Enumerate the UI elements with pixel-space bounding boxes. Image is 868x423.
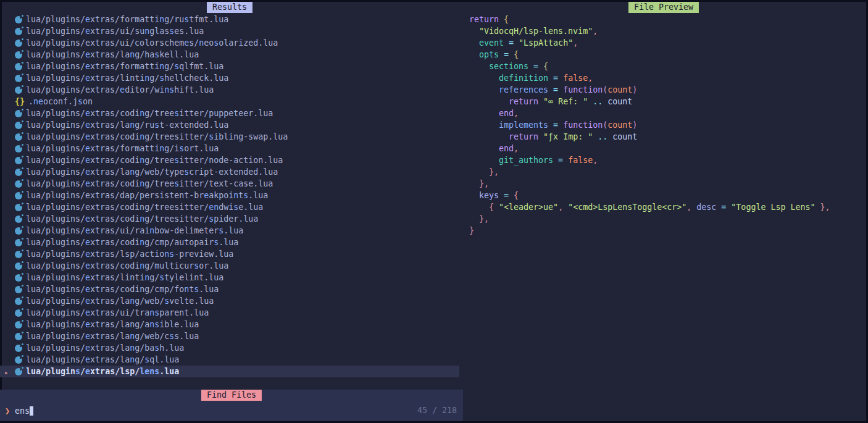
- result-row[interactable]: lua/plugins/extras/ui/rainbow-delimeters…: [0, 225, 459, 237]
- code-line: event = "LspAttach",: [469, 37, 830, 49]
- result-path: lua/plugins/extras/lsp/lens.lua: [26, 366, 179, 377]
- code-line: },: [469, 213, 830, 225]
- result-row[interactable]: lua/plugins/extras/coding/cmp/fonts.lua: [0, 283, 459, 295]
- result-path: lua/plugins/extras/lang/sql.lua: [26, 354, 179, 366]
- result-row[interactable]: {}.neoconf.json: [0, 96, 459, 107]
- code-line: return {: [469, 14, 830, 25]
- results-list: lua/plugins/extras/formatting/rustfmt.lu…: [0, 14, 459, 377]
- prompt-query-text: ens: [15, 405, 30, 417]
- result-row[interactable]: lua/plugins/extras/coding/treesitter/spi…: [0, 213, 459, 225]
- code-line: "VidocqH/lsp-lens.nvim",: [469, 25, 830, 37]
- result-row[interactable]: lua/plugins/extras/coding/cmp/autopairs.…: [0, 237, 459, 248]
- lua-file-icon: [15, 251, 22, 258]
- results-pane: Results lua/plugins/extras/formatting/ru…: [0, 0, 459, 389]
- lua-file-icon: [15, 192, 22, 199]
- result-path: lua/plugins/extras/linting/shellcheck.lu…: [26, 72, 228, 84]
- result-row[interactable]: lua/plugins/extras/lang/haskell.lua: [0, 49, 459, 61]
- result-row[interactable]: lua/plugins/extras/coding/treesitter/end…: [0, 201, 459, 213]
- result-row[interactable]: lua/plugins/extras/linting/shellcheck.lu…: [0, 72, 459, 84]
- result-row[interactable]: lua/plugins/extras/ui/transparent.lua: [0, 307, 459, 319]
- prompt-title: Find Files: [201, 390, 262, 401]
- result-path: lua/plugins/extras/lang/bash.lua: [26, 342, 184, 354]
- result-row[interactable]: lua/plugins/extras/ui/colorschemes/neoso…: [0, 37, 459, 49]
- code-line: references = function(count): [469, 84, 830, 96]
- result-path: lua/plugins/extras/ui/transparent.lua: [26, 307, 209, 319]
- result-row[interactable]: lua/plugins/extras/formatting/rustfmt.lu…: [0, 14, 459, 25]
- result-path: lua/plugins/extras/dap/persistent-breakp…: [26, 190, 268, 201]
- result-row[interactable]: lua/plugins/extras/lsp/actions-preview.l…: [0, 248, 459, 260]
- result-row[interactable]: lua/plugins/extras/lang/web/typescript-e…: [0, 166, 459, 178]
- lua-file-icon: [15, 309, 22, 317]
- prompt-input[interactable]: ❯ens: [0, 401, 463, 420]
- lua-file-icon: [15, 333, 22, 340]
- result-row[interactable]: lua/plugins/extras/formatting/sqlfmt.lua: [0, 61, 459, 72]
- selection-caret-icon: ▸: [4, 367, 9, 379]
- code-line: }: [469, 225, 830, 237]
- lua-file-icon: [15, 28, 22, 35]
- result-path: lua/plugins/extras/lang/web/css.lua: [26, 330, 199, 342]
- lua-file-icon: [15, 239, 22, 246]
- result-path: lua/plugins/extras/coding/cmp/autopairs.…: [26, 237, 238, 248]
- result-row[interactable]: lua/plugins/extras/lang/web/svelte.lua: [0, 295, 459, 307]
- code-line: git_authors = false,: [469, 154, 830, 166]
- result-row[interactable]: lua/plugins/extras/coding/multicursor.lu…: [0, 260, 459, 272]
- code-line: return "ƒx Imp: " .. count: [469, 131, 830, 143]
- result-row[interactable]: lua/plugins/extras/dap/persistent-breakp…: [0, 190, 459, 201]
- lua-file-icon: [15, 75, 22, 82]
- code-line: keys = {: [469, 190, 830, 201]
- result-row[interactable]: lua/plugins/extras/coding/treesitter/sib…: [0, 131, 459, 143]
- result-row[interactable]: lua/plugins/extras/lang/rust-extended.lu…: [0, 119, 459, 131]
- result-row[interactable]: lua/plugins/extras/coding/treesitter/pup…: [0, 107, 459, 119]
- result-row[interactable]: lua/plugins/extras/formatting/isort.lua: [0, 143, 459, 154]
- result-row[interactable]: lua/plugins/extras/lang/bash.lua: [0, 342, 459, 354]
- result-path: lua/plugins/extras/ui/sunglasses.lua: [26, 25, 204, 37]
- code-line: sections = {: [469, 61, 830, 72]
- result-row[interactable]: lua/plugins/extras/lang/web/css.lua: [0, 330, 459, 342]
- result-row[interactable]: lua/plugins/extras/editor/winshift.lua: [0, 84, 459, 96]
- lua-file-icon: [15, 216, 22, 223]
- text-cursor: [30, 406, 33, 416]
- result-path: lua/plugins/extras/coding/treesitter/end…: [26, 201, 263, 213]
- result-path: lua/plugins/extras/formatting/rustfmt.lu…: [26, 14, 228, 25]
- result-path: lua/plugins/extras/coding/multicursor.lu…: [26, 260, 228, 272]
- prompt-caret-icon: ❯: [5, 405, 10, 417]
- lua-file-icon: [15, 180, 22, 188]
- lua-file-icon: [15, 86, 22, 94]
- result-row[interactable]: lua/plugins/extras/ui/sunglasses.lua: [0, 25, 459, 37]
- results-title: Results: [207, 2, 252, 13]
- code-line: opts = {: [469, 49, 830, 61]
- code-line: implements = function(count): [469, 119, 830, 131]
- result-path: lua/plugins/extras/lang/rust-extended.lu…: [26, 119, 228, 131]
- code-line: { "<leader>ue", "<cmd>LspLensToggle<cr>"…: [469, 201, 830, 213]
- result-path: lua/plugins/extras/coding/treesitter/tex…: [26, 178, 273, 190]
- code-line: },: [469, 178, 830, 190]
- file-preview-title: File Preview: [628, 2, 699, 13]
- file-preview-pane: File Preview return { "VidocqH/lsp-lens.…: [460, 0, 866, 421]
- result-row[interactable]: lua/plugins/extras/coding/treesitter/nod…: [0, 154, 459, 166]
- result-path: lua/plugins/extras/coding/treesitter/nod…: [26, 154, 283, 166]
- result-row[interactable]: lua/plugins/extras/lang/sql.lua: [0, 354, 459, 366]
- code-line: end,: [469, 143, 830, 154]
- result-path: lua/plugins/extras/coding/cmp/fonts.lua: [26, 283, 219, 295]
- result-path: lua/plugins/extras/formatting/isort.lua: [26, 143, 219, 154]
- lua-file-icon: [15, 133, 22, 141]
- lua-file-icon: [15, 356, 22, 364]
- result-row[interactable]: lua/plugins/extras/coding/treesitter/tex…: [0, 178, 459, 190]
- result-path: lua/plugins/extras/coding/treesitter/pup…: [26, 107, 273, 119]
- code-line: end,: [469, 107, 830, 119]
- result-row[interactable]: lua/plugins/extras/linting/stylelint.lua: [0, 272, 459, 283]
- lua-file-icon: [15, 40, 22, 47]
- result-row-selected[interactable]: ▸lua/plugins/extras/lsp/lens.lua: [0, 366, 459, 377]
- lua-file-icon: [15, 274, 22, 282]
- result-path: lua/plugins/extras/coding/treesitter/spi…: [26, 213, 258, 225]
- result-path: lua/plugins/extras/lsp/actions-preview.l…: [26, 248, 233, 260]
- json-file-icon: {}: [15, 96, 25, 107]
- lua-file-icon: [15, 204, 22, 211]
- result-path: lua/plugins/extras/ui/colorschemes/neoso…: [26, 37, 278, 49]
- result-path: lua/plugins/extras/linting/stylelint.lua: [26, 272, 223, 283]
- lua-file-icon: [15, 227, 22, 235]
- lua-file-icon: [15, 345, 22, 352]
- result-row[interactable]: lua/plugins/extras/lang/ansible.lua: [0, 319, 459, 330]
- result-path: lua/plugins/extras/lang/web/typescript-e…: [26, 166, 278, 178]
- lua-file-icon: [15, 16, 22, 23]
